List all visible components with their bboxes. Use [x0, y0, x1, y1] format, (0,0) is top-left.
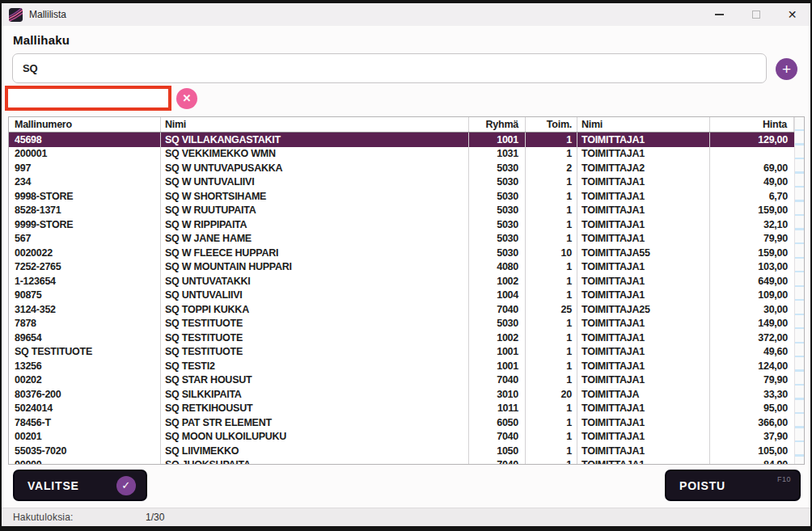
table-row[interactable]: 00201SQ MOON ULKOILUPUKU70401TOIMITTAJA1… [9, 430, 794, 445]
table-cell: 10 [526, 246, 577, 260]
table-cell: SQ PAT STR ELEMENT [161, 415, 469, 430]
table-cell: SQ W MOUNTAIN HUPPARI [161, 260, 469, 275]
table-row[interactable]: 567SQ W JANE HAME50301TOIMITTAJA179,90 [9, 232, 794, 247]
table-cell: SQ UNTUVALIIVI [161, 289, 469, 303]
table-cell: 37,90 [710, 430, 794, 445]
table-cell: SQ TESTITUOTE [161, 317, 469, 331]
exit-button[interactable]: POISTU F10 [665, 470, 801, 501]
table-cell: 9999-STORE [9, 217, 161, 232]
table-cell: 1 [526, 133, 577, 147]
vertical-scrollbar[interactable] [794, 117, 804, 464]
table-cell: 7040 [469, 458, 526, 466]
table-cell: 1 [526, 345, 577, 360]
table-row[interactable]: 7252-2765SQ W MOUNTAIN HUPPARI40801TOIMI… [9, 260, 794, 275]
search-input[interactable] [12, 53, 767, 83]
table-cell: 3124-352 [9, 302, 161, 317]
table-cell: SQ W JANE HAME [161, 232, 469, 247]
table-cell [710, 147, 794, 162]
table-cell: TOIMITTAJA1 [577, 289, 710, 303]
table-cell: 649,00 [710, 274, 794, 289]
table-row[interactable]: 0020022SQ W FLEECE HUPPARI503010TOIMITTA… [9, 246, 794, 260]
table-cell: SQ VILLAKANGASTAKIT [161, 133, 469, 147]
minimize-button[interactable] [701, 3, 738, 26]
table-cell: 1031 [469, 147, 526, 162]
clear-search-button[interactable]: ✕ [176, 88, 197, 109]
table-row[interactable]: 1-123654SQ UNTUVATAKKI10021TOIMITTAJA164… [9, 274, 794, 289]
table-row[interactable]: 8528-1371SQ W RUUTUPAITA50301TOIMITTAJA1… [9, 204, 794, 218]
select-button[interactable]: VALITSE ✓ [13, 470, 147, 501]
maximize-button[interactable] [738, 3, 774, 26]
table-row[interactable]: 234SQ W UNTUVALIIVI50301TOIMITTAJA149,00 [9, 175, 794, 190]
table-row[interactable]: 89654SQ TESTITUOTE10021TOIMITTAJA1372,00 [9, 331, 794, 345]
table-row[interactable]: 9998-STORESQ W SHORTSIHAME50301TOIMITTAJ… [9, 189, 794, 204]
column-header-toim[interactable]: Toim. [526, 117, 577, 132]
table-row[interactable]: 90875SQ UNTUVALIIVI10041TOIMITTAJA1109,0… [9, 289, 794, 303]
table-cell: 1 [526, 147, 577, 162]
table-row[interactable]: 7878SQ TESTITUOTE50301TOIMITTAJA1149,00 [9, 317, 794, 331]
table-cell: 5030 [469, 175, 526, 190]
table-row[interactable]: 55035-7020SQ LIIVIMEKKO10501TOIMITTAJA11… [9, 444, 794, 458]
table-row[interactable]: 45698SQ VILLAKANGASTAKIT10011TOIMITTAJA1… [9, 133, 794, 147]
table-row[interactable]: 80376-200SQ SILKKIPAITA301020TOIMITTAJA3… [9, 387, 794, 402]
table-cell: 33,30 [710, 387, 794, 402]
table-cell: 25 [526, 302, 577, 317]
table-row[interactable]: SQ TESTITUOTESQ TESTITUOTE10011TOIMITTAJ… [9, 345, 794, 360]
table-cell: 20 [526, 387, 577, 402]
table-cell: SQ RETKIHOUSUT [161, 402, 469, 416]
table-cell: 1050 [469, 444, 526, 458]
close-button[interactable]: ✕ [774, 3, 810, 26]
table-cell: TOIMITTAJA1 [577, 331, 710, 345]
table-row[interactable]: 13256SQ TESTI210011TOIMITTAJA1124,00 [9, 359, 794, 373]
table-cell: 1 [526, 274, 577, 289]
column-header-nimi2[interactable]: Nimi [577, 117, 710, 132]
table-cell: 372,00 [710, 331, 794, 345]
table-row[interactable]: 997SQ W UNTUVAPUSAKKA50302TOIMITTAJA269,… [9, 161, 794, 175]
table-row[interactable]: 5024014SQ RETKIHOUSUT10111TOIMITTAJA195,… [9, 402, 794, 416]
table-cell: 8528-1371 [9, 204, 161, 218]
table-cell: 89654 [9, 331, 161, 345]
table-cell: 2 [526, 161, 577, 175]
table-cell: 7252-2765 [9, 260, 161, 275]
table-cell: TOIMITTAJA [577, 387, 710, 402]
table-cell: 00201 [9, 430, 161, 445]
table-cell: 69,00 [710, 161, 794, 175]
app-logo-icon [9, 8, 23, 22]
table-row[interactable]: 78456-TSQ PAT STR ELEMENT60501TOIMITTAJA… [9, 415, 794, 430]
table-row[interactable]: 9999-STORESQ W RIPPIPAITA50301TOIMITTAJA… [9, 217, 794, 232]
column-header-nimi[interactable]: Nimi [161, 117, 469, 132]
table-cell: 5030 [469, 204, 526, 218]
page-title: Mallihaku [13, 33, 70, 47]
table-row[interactable]: 00000SQ JUOKSUPAITA70401TOIMITTAJA184,90 [9, 458, 794, 466]
table-cell: TOIMITTAJA1 [577, 402, 710, 416]
table-cell: 79,90 [710, 232, 794, 247]
table-cell: 45698 [9, 133, 161, 147]
sort-dropdown-value: Mallinimi laskeva [14, 93, 145, 104]
table-cell: 1002 [469, 331, 526, 345]
column-header-ryhma[interactable]: Ryhmä [469, 117, 526, 132]
table-cell: 7040 [469, 302, 526, 317]
sort-dropdown[interactable]: Mallinimi laskeva ↓ [9, 90, 167, 107]
column-header-hinta[interactable]: Hinta [710, 117, 794, 132]
column-header-mallinumero[interactable]: Mallinumero [9, 117, 161, 132]
select-button-label: VALITSE [27, 479, 79, 492]
table-cell: 5030 [469, 189, 526, 204]
table-cell: 103,00 [710, 260, 794, 275]
table-cell: SQ TESTITUOTE [9, 345, 161, 360]
table-row[interactable]: 00202SQ STAR HOUSUT70401TOIMITTAJA179,90 [9, 373, 794, 388]
table-cell: 6050 [469, 415, 526, 430]
table-cell: SQ MOON ULKOILUPUKU [161, 430, 469, 445]
results-count-value: 1/30 [146, 512, 164, 523]
table-cell: 1 [526, 232, 577, 247]
exit-button-label: POISTU [679, 479, 725, 492]
table-row[interactable]: 200001SQ VEKKIMEKKO WMN10311TOIMITTAJA1 [9, 147, 794, 162]
add-button[interactable]: + [776, 58, 797, 80]
table-cell: TOIMITTAJA25 [577, 302, 710, 317]
table-cell: 13256 [9, 359, 161, 373]
table-row[interactable]: 3124-352SQ TOPPI KUKKA704025TOIMITTAJA25… [9, 302, 794, 317]
table-cell: 5030 [469, 246, 526, 260]
table-cell: 5030 [469, 317, 526, 331]
check-icon: ✓ [116, 476, 136, 495]
table-cell: SQ W RIPPIPAITA [161, 217, 469, 232]
table-cell: SQ W SHORTSIHAME [161, 189, 469, 204]
table-cell: 1011 [469, 402, 526, 416]
